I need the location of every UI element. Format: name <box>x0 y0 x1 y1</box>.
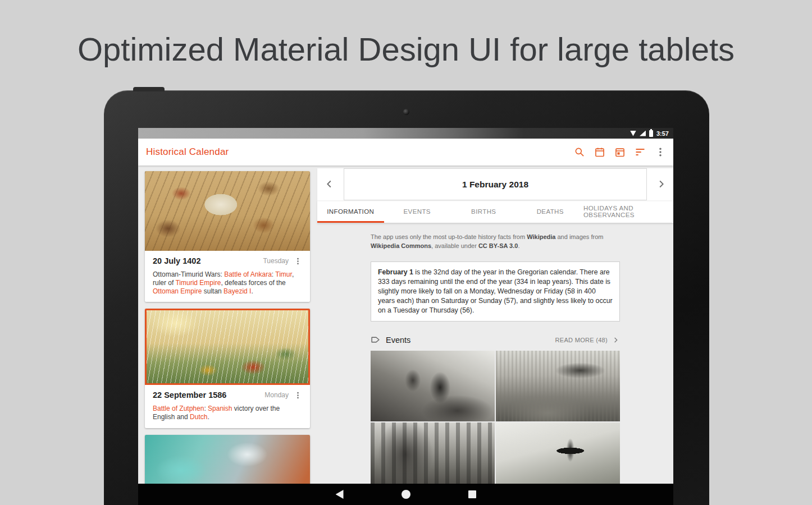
tab-events[interactable]: EVENTS <box>384 200 451 223</box>
calendar-today-icon <box>614 146 626 158</box>
desc-text: sultan <box>202 287 223 295</box>
card-menu-button[interactable] <box>293 256 302 265</box>
overflow-menu-button[interactable] <box>654 146 667 158</box>
calendar-icon <box>594 146 605 158</box>
events-section-title: Events <box>386 336 410 345</box>
back-icon <box>336 490 344 499</box>
front-camera-icon <box>403 109 409 115</box>
event-photo-2[interactable] <box>496 351 620 421</box>
search-icon <box>574 146 585 158</box>
chevron-right-icon <box>611 336 620 345</box>
event-card-1586[interactable]: 22 September 1586 Monday Battle of Zutph… <box>145 309 310 428</box>
card-description: Battle of Zutphen: Spanish victory over … <box>153 405 302 421</box>
search-button[interactable] <box>573 146 586 158</box>
card-date: 22 September 1586 <box>153 391 226 400</box>
sort-button[interactable] <box>634 146 646 158</box>
tab-deaths[interactable]: DEATHS <box>517 200 584 223</box>
battle-of-zutphen-painting[interactable] <box>145 309 310 385</box>
attribution-segment: . <box>518 242 519 249</box>
chevron-right-icon <box>655 178 667 190</box>
tablet-frame: 3:57 Historical Calendar <box>104 90 709 505</box>
recents-icon <box>468 490 476 498</box>
overflow-menu-icon <box>655 146 666 158</box>
wiki-link[interactable]: Spanish <box>208 405 232 412</box>
tablet-screen: 3:57 Historical Calendar <box>138 128 673 505</box>
current-date-label: 1 February 2018 <box>462 180 528 190</box>
wiki-link[interactable]: Bayezid I <box>223 287 251 295</box>
cellular-signal-icon <box>640 131 646 136</box>
app-title: Historical Calendar <box>146 146 229 158</box>
desc-text: , defeats forces of the <box>221 279 285 287</box>
card-body: 22 September 1586 Monday Battle of Zutph… <box>145 385 310 428</box>
wiki-link[interactable]: Battle of Zutphen <box>153 405 204 412</box>
attribution-segment: , available under <box>431 242 478 249</box>
event-photo-1[interactable] <box>371 351 495 421</box>
toolbar-actions <box>573 146 667 158</box>
card-menu-button[interactable] <box>293 391 302 400</box>
home-button[interactable] <box>402 490 410 499</box>
tab-births[interactable]: BIRTHS <box>450 200 517 223</box>
card-date: 20 July 1402 <box>153 256 200 265</box>
previous-day-button[interactable] <box>323 178 336 191</box>
day-information-box: February 1 is the 32nd day of the year i… <box>371 261 620 322</box>
event-card-1402[interactable]: 20 July 1402 Tuesday Ottoman-Timurid War… <box>145 171 310 302</box>
desc-text: Ottoman-Timurid Wars: <box>153 270 224 278</box>
desc-text: . <box>251 287 253 295</box>
card-title-row: 22 September 1586 Monday <box>153 391 302 400</box>
event-card-list: 20 July 1402 Tuesday Ottoman-Timurid War… <box>145 171 310 505</box>
app-toolbar: Historical Calendar <box>138 139 673 166</box>
battle-of-ankara-painting[interactable] <box>145 171 310 251</box>
power-button <box>133 87 165 91</box>
sort-icon <box>635 146 646 158</box>
event-photo-3[interactable] <box>371 423 495 493</box>
status-bar: 3:57 <box>138 128 673 139</box>
date-navigation: 1 February 2018 <box>317 168 673 200</box>
wiki-link[interactable]: Ottoman Empire <box>153 287 202 295</box>
android-navigation-bar <box>138 484 673 505</box>
current-date-box[interactable]: 1 February 2018 <box>344 168 647 200</box>
attribution-segment: Wikipedia <box>527 233 555 240</box>
label-icon <box>371 335 380 345</box>
tab-bar: INFORMATION EVENTS BIRTHS DEATHS HOLIDAY… <box>317 200 673 223</box>
next-day-button[interactable] <box>654 178 668 191</box>
tab-holidays[interactable]: HOLIDAYS AND OBSERVANCES <box>583 200 673 223</box>
card-description: Ottoman-Timurid Wars: Battle of Ankara: … <box>153 270 302 295</box>
read-more-label: READ MORE (48) <box>555 337 608 343</box>
card-title-row: 20 July 1402 Tuesday <box>153 256 302 265</box>
overflow-menu-icon <box>294 391 302 400</box>
attribution-segment: The app uses only the most up-to-date hi… <box>371 233 527 240</box>
card-weekday: Monday <box>264 391 293 399</box>
chevron-left-icon <box>323 178 336 190</box>
home-icon <box>402 490 410 499</box>
card-weekday: Tuesday <box>263 257 293 265</box>
status-time: 3:57 <box>656 130 669 137</box>
attribution-segment: CC BY-SA 3.0 <box>478 242 518 249</box>
attribution-segment: and images from <box>555 233 603 240</box>
wifi-icon <box>630 131 636 136</box>
desc-text: . <box>207 413 209 421</box>
card-body: 20 July 1402 Tuesday Ottoman-Timurid War… <box>145 251 310 302</box>
events-photo-grid <box>371 351 620 493</box>
wiki-link[interactable]: Dutch <box>190 413 207 421</box>
event-photo-4[interactable] <box>496 423 620 493</box>
information-content: The app uses only the most up-to-date hi… <box>371 233 620 493</box>
promo-headline: Optimized Material Design UI for large t… <box>0 30 812 68</box>
attribution-segment: Wikipedia Commons <box>371 242 431 249</box>
wiki-link[interactable]: Timur <box>275 270 292 278</box>
calendar-today-button[interactable] <box>614 146 626 158</box>
back-button[interactable] <box>336 490 344 499</box>
wiki-link[interactable]: Battle of Ankara <box>224 270 272 278</box>
info-lead: February 1 <box>378 268 413 276</box>
tab-information[interactable]: INFORMATION <box>317 200 384 223</box>
wiki-link[interactable]: Timurid Empire <box>175 279 221 287</box>
read-more-button[interactable]: READ MORE (48) <box>555 336 620 345</box>
attribution-text: The app uses only the most up-to-date hi… <box>371 233 620 250</box>
main-panel: 1 February 2018 INFORMATION EVENTS BIRTH… <box>317 168 673 493</box>
events-section-header: Events READ MORE (48) <box>371 335 620 345</box>
battery-icon <box>649 130 653 137</box>
overflow-menu-icon <box>294 257 302 265</box>
calendar-button[interactable] <box>594 146 606 158</box>
recents-button[interactable] <box>468 490 476 498</box>
info-body: is the 32nd day of the year in the Grego… <box>378 268 613 314</box>
